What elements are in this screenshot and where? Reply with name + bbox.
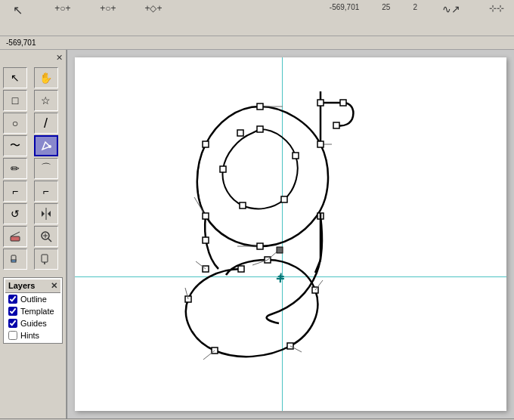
svg-line-47	[196, 261, 206, 269]
hand-tool[interactable]: ✋	[34, 67, 58, 88]
flip-tool[interactable]	[34, 203, 58, 224]
corner-tool[interactable]: ⌐	[34, 181, 58, 202]
svg-rect-46	[203, 237, 209, 243]
star-tool[interactable]: ☆	[34, 90, 58, 111]
dropper-tool[interactable]	[3, 249, 27, 270]
svg-rect-17	[317, 141, 324, 147]
toolbox-close-icon[interactable]: ✕	[56, 53, 63, 63]
layers-close-icon[interactable]: ✕	[51, 281, 57, 291]
layer-template: Template	[5, 305, 60, 317]
calligraphy-tool[interactable]: ✏	[3, 158, 27, 179]
layer-outline-label: Outline	[20, 295, 47, 304]
guideline-crosshair: +	[276, 270, 285, 288]
toolbar-node-edit[interactable]: ⊹⊹	[485, 3, 508, 15]
svg-rect-9	[11, 260, 16, 262]
svg-rect-24	[293, 153, 299, 159]
canvas-area[interactable]: +	[67, 50, 514, 418]
svg-rect-23	[257, 126, 263, 132]
toolbox-grid: ↖ ✋ □ ☆ ○ / 〜 ✏ ⌒ ⌐ ⌐ ↺	[3, 67, 63, 270]
svg-line-37	[315, 280, 323, 290]
toolbar-crosshair2[interactable]: +○+	[97, 3, 119, 15]
svg-rect-2	[11, 236, 20, 241]
arrow-tool-icon[interactable]: ↖	[13, 3, 23, 17]
crosshair2-icon[interactable]: +○+	[100, 3, 116, 14]
rect-tool[interactable]: □	[3, 90, 27, 111]
svg-point-0	[48, 145, 51, 148]
layer-hints: Hints	[5, 329, 60, 341]
svg-rect-44	[333, 122, 339, 128]
svg-line-35	[203, 351, 215, 360]
line-tool[interactable]: /	[34, 113, 58, 134]
main-area: ✕ ↖ ✋ □ ☆ ○ / 〜 ✏ ⌒ ⌐ ⌐	[0, 50, 514, 418]
layer-template-label: Template	[20, 307, 54, 316]
arrow-curve-icon[interactable]: ∿↗	[442, 3, 460, 15]
coord-left: -569,701	[6, 39, 36, 47]
top-toolbar: ↖ +○+ +○+ +◇+ -569,701 25 2 ∿↗ ⊹⊹	[0, 0, 514, 36]
layer-hints-checkbox[interactable]	[8, 331, 17, 340]
svg-rect-25	[281, 196, 287, 202]
node-tool[interactable]: ⌐	[3, 181, 27, 202]
coord-y: 2	[413, 3, 417, 11]
layer-guides-checkbox[interactable]	[8, 319, 17, 328]
svg-rect-16	[257, 103, 263, 110]
layer-outline: Outline	[5, 293, 60, 305]
svg-rect-22	[237, 130, 243, 136]
pen-tool[interactable]	[34, 135, 58, 156]
letter-g-svg	[120, 65, 362, 397]
toolbox-header: ✕	[3, 53, 63, 63]
toolbar-arrow-curve[interactable]: ∿↗	[440, 3, 463, 17]
pencil-tool[interactable]: 〜	[3, 135, 27, 156]
coord-center: -569,701	[330, 3, 359, 11]
layer-guides: Guides	[5, 317, 60, 329]
svg-line-5	[48, 239, 51, 242]
toolbar-crosshair1[interactable]: +○+	[51, 3, 74, 15]
layers-header: Layers ✕	[5, 279, 60, 293]
layer-template-checkbox[interactable]	[8, 307, 17, 316]
svg-rect-10	[42, 255, 48, 262]
coord-bar: -569,701	[0, 36, 514, 50]
toolbar-crosshair3[interactable]: +◇+	[142, 3, 165, 15]
svg-rect-42	[317, 100, 324, 106]
layers-panel: Layers ✕ Outline Template Guides Hints	[3, 277, 63, 344]
svg-line-3	[11, 232, 20, 236]
toolbar-arrow[interactable]: ↖	[6, 3, 29, 19]
layer-outline-checkbox[interactable]	[8, 295, 17, 304]
svg-rect-27	[220, 166, 226, 172]
svg-rect-20	[203, 213, 209, 219]
layers-title: Layers	[8, 281, 35, 291]
svg-rect-43	[340, 100, 346, 106]
ellipse-tool[interactable]: ○	[3, 113, 27, 134]
layer-guides-label: Guides	[20, 319, 47, 328]
eraser-tool[interactable]	[3, 226, 27, 247]
node-edit-icon[interactable]: ⊹⊹	[489, 3, 504, 14]
crosshair3-icon[interactable]: +◇+	[144, 3, 162, 14]
coord-x: 25	[382, 3, 390, 11]
svg-rect-26	[240, 202, 246, 208]
svg-rect-33	[238, 266, 244, 272]
crosshair1-icon[interactable]: +○+	[54, 3, 70, 14]
canvas-page: +	[75, 57, 506, 411]
svg-rect-19	[257, 243, 263, 249]
toolbox: ✕ ↖ ✋ □ ☆ ○ / 〜 ✏ ⌒ ⌐ ⌐	[0, 50, 67, 418]
select-tool[interactable]: ↖	[3, 67, 27, 88]
bezier-tool[interactable]: ⌒	[34, 158, 58, 179]
svg-rect-21	[203, 141, 209, 147]
svg-rect-40	[277, 247, 283, 253]
paint-tool[interactable]	[34, 249, 58, 270]
rotate-tool[interactable]: ↺	[3, 203, 27, 224]
layer-hints-label: Hints	[20, 331, 39, 340]
zoom-tool[interactable]	[34, 226, 58, 247]
